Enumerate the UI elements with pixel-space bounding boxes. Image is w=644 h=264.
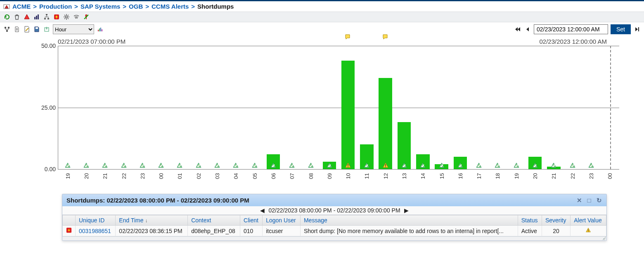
wifi-icon[interactable] <box>73 13 80 21</box>
col-context[interactable]: Context <box>188 215 240 226</box>
ok-marker-icon <box>158 163 164 168</box>
interval-select[interactable]: Hour <box>53 24 94 34</box>
edit-icon[interactable] <box>23 26 31 33</box>
bar-cell[interactable]: 02 <box>189 46 208 169</box>
col-end-time[interactable]: End Time↓ <box>116 215 188 226</box>
tree-icon[interactable] <box>43 13 50 21</box>
breadcrumb-link[interactable]: CCMS Alerts <box>152 3 189 10</box>
refresh-panel-icon[interactable]: ↻ <box>596 197 602 204</box>
ok-marker-icon <box>121 163 127 168</box>
bar-cell[interactable]: 18 <box>488 46 507 169</box>
breadcrumb-link[interactable]: Production <box>39 3 72 10</box>
bar-cell[interactable]: 21 <box>96 46 114 169</box>
forward-end-icon[interactable] <box>633 26 641 33</box>
bar-cell[interactable]: 04 <box>227 46 245 169</box>
bar-cell[interactable]: 17 <box>470 46 488 169</box>
rewind-fast-icon[interactable] <box>514 26 521 33</box>
cell-severity: 20 <box>542 226 570 236</box>
x-tick: 14 <box>420 173 426 179</box>
datetime-input[interactable] <box>534 24 608 34</box>
bar-cell[interactable]: 12 <box>376 46 395 169</box>
bar-cell[interactable]: 00 <box>601 46 619 169</box>
set-button[interactable]: Set <box>611 24 631 34</box>
col-logon-user[interactable]: Logon User <box>263 215 301 226</box>
refresh-icon[interactable] <box>3 13 11 21</box>
panel-header[interactable]: Shortdumps: 02/22/2023 08:00:00 PM - 02/… <box>62 194 606 206</box>
col-client[interactable]: Client <box>240 215 263 226</box>
bar-cell[interactable]: 23 <box>582 46 600 169</box>
bar-cell[interactable]: 23 <box>133 46 152 169</box>
panel-pager: ◀ 02/22/2023 08:00:00 PM - 02/22/2023 09… <box>62 206 606 215</box>
cell-unique-id[interactable]: 0031988651 <box>76 226 116 236</box>
svg-rect-5 <box>44 18 46 19</box>
breadcrumb-link[interactable]: ACME <box>12 3 31 10</box>
maximize-icon[interactable]: □ <box>586 197 592 204</box>
resize-handle[interactable] <box>601 236 606 240</box>
bar-cell[interactable]: 06 <box>264 46 282 169</box>
bar-cell[interactable]: 19 <box>507 46 526 169</box>
pager-next-icon[interactable]: ▶ <box>402 207 411 214</box>
bar-chart-icon[interactable] <box>33 13 40 21</box>
bar-cell[interactable]: 10 <box>339 46 357 169</box>
delete-icon[interactable] <box>13 13 21 21</box>
cell-status: Active <box>518 226 542 236</box>
close-icon[interactable]: ✕ <box>576 197 582 204</box>
svg-rect-21 <box>348 167 348 167</box>
bar-cell[interactable]: 07 <box>283 46 301 169</box>
gear-icon[interactable] <box>63 13 70 21</box>
col-unique-id[interactable]: Unique ID <box>76 215 116 226</box>
col-severity[interactable]: Severity <box>542 215 570 226</box>
x-tick: 15 <box>438 173 445 179</box>
hierarchy-icon[interactable] <box>3 26 11 33</box>
svg-rect-6 <box>47 18 49 19</box>
breadcrumb-link[interactable]: OGB <box>129 3 143 10</box>
bar-cell[interactable]: 22 <box>563 46 582 169</box>
x-tick: 00 <box>607 173 613 179</box>
table-row[interactable]: 0031988651 02/22/2023 08:36:15 PM d08ehp… <box>63 226 606 236</box>
bar-cell[interactable]: 08 <box>301 46 320 169</box>
x-tick: 19 <box>64 173 71 179</box>
x-tick: 22 <box>121 173 127 179</box>
svg-rect-13 <box>36 27 38 29</box>
bar-cell[interactable]: 11 <box>358 46 376 169</box>
svg-rect-23 <box>385 167 386 167</box>
bar-cell[interactable]: 20 <box>526 46 544 169</box>
bar-cell[interactable]: 16 <box>451 46 469 169</box>
col-message[interactable]: Message <box>300 215 518 226</box>
bolt-icon[interactable] <box>53 13 60 21</box>
unpin-icon[interactable] <box>83 13 90 21</box>
x-tick: 22 <box>569 173 575 179</box>
breadcrumb-link[interactable]: SAP Systems <box>80 3 120 10</box>
svg-rect-11 <box>8 27 9 28</box>
col-alert-value[interactable]: Alert Value <box>571 215 606 226</box>
mini-chart-icon[interactable] <box>97 26 104 33</box>
bar-cell[interactable]: 01 <box>170 46 189 169</box>
save-icon[interactable] <box>33 26 40 33</box>
svg-rect-3 <box>38 14 39 19</box>
alert-triangle-icon[interactable] <box>23 13 31 21</box>
bar-cell[interactable]: 05 <box>245 46 264 169</box>
bar-cell[interactable]: 00 <box>152 46 170 169</box>
pager-prev-icon[interactable]: ◀ <box>258 207 267 214</box>
note-icon[interactable] <box>383 34 388 40</box>
bar-cell[interactable]: 03 <box>208 46 226 169</box>
note-icon[interactable] <box>345 34 351 40</box>
document-icon[interactable] <box>13 26 21 33</box>
bar-cell[interactable]: 14 <box>414 46 432 169</box>
col-icon[interactable] <box>63 215 76 226</box>
warn-marker-icon <box>345 163 351 168</box>
bar-cell[interactable]: 20 <box>77 46 95 169</box>
bar-cell[interactable]: 21 <box>545 46 563 169</box>
breadcrumb-current: Shortdumps <box>197 3 234 10</box>
export-icon[interactable] <box>43 26 50 33</box>
rewind-icon[interactable] <box>524 26 531 33</box>
bar-cell[interactable]: 19 <box>58 46 77 169</box>
cell-logon-user: itcuser <box>263 226 301 236</box>
bar-cell[interactable]: 13 <box>395 46 413 169</box>
ok-marker-icon <box>438 163 445 168</box>
bar-cell[interactable]: 15 <box>432 46 451 169</box>
bar-chart[interactable]: 0.0025.0050.0019202122230001020304050607… <box>58 46 619 170</box>
col-status[interactable]: Status <box>518 215 542 226</box>
bar-cell[interactable]: 22 <box>114 46 133 169</box>
bar-cell[interactable]: 09 <box>320 46 339 169</box>
